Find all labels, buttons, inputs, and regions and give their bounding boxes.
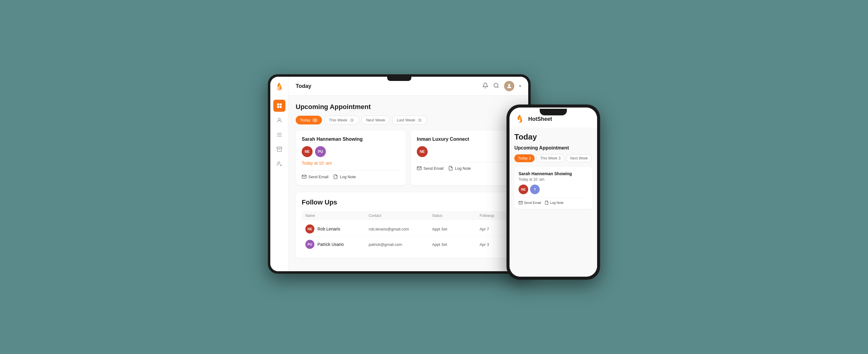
header-title: Today <box>296 83 311 89</box>
phone-logo <box>514 114 525 124</box>
main-content: Today <box>288 77 528 271</box>
card-1-avatar-ne: NE <box>302 146 313 157</box>
phone-tab-this-week-label: This Week <box>540 156 557 160</box>
row-1-status: Appt Set <box>432 227 479 231</box>
card-1-send-email[interactable]: Send Email <box>302 174 328 179</box>
card-2-avatar-ne: NE <box>417 146 428 157</box>
follow-ups-section: Follow Ups Name Contact Status Followup … <box>296 193 521 258</box>
follow-ups-title: Follow Ups <box>302 199 515 206</box>
card-1-avatar-pu: PU <box>315 146 326 157</box>
table-row[interactable]: NE Rob Lenaris rob.lenaris@gmail.com App… <box>302 222 515 237</box>
col-status: Status <box>432 213 479 218</box>
filter-tab-this-week-badge: 3 <box>349 118 354 122</box>
filter-tab-last-week-label: Last Week <box>397 118 415 122</box>
svg-point-16 <box>508 84 510 86</box>
filter-tab-today-badge: 3 <box>312 118 318 122</box>
phone-card-actions: Send Email Log Note <box>519 197 588 205</box>
row-1-contact: rob.lenaris@gmail.com <box>369 227 432 231</box>
filter-tab-next-week[interactable]: Next Week <box>362 116 390 124</box>
card-1-log-note[interactable]: Log Note <box>333 174 356 179</box>
filter-tab-today-label: Today <box>300 118 310 122</box>
tablet-notch <box>387 77 411 81</box>
phone-app-name: HotSheet <box>528 116 552 122</box>
phone-screen: HotSheet Today Upcoming Appointment Toda… <box>509 108 597 277</box>
card-1-title: Sarah Hanneman Showing <box>302 137 400 142</box>
filter-tab-this-week-label: This Week <box>329 118 347 122</box>
col-name: Name <box>305 213 369 218</box>
table-row[interactable]: PU Patrick Usario patrick@gmail.com Appt… <box>302 237 515 252</box>
svg-rect-3 <box>277 106 279 108</box>
filter-tab-today[interactable]: Today 3 <box>296 116 322 124</box>
svg-rect-4 <box>279 106 281 108</box>
phone-tab-next-week[interactable]: Next Week <box>566 154 592 162</box>
sidebar-item-add-person[interactable] <box>273 158 285 170</box>
card-2-send-email-label: Send Email <box>424 166 443 171</box>
sidebar-item-list[interactable] <box>273 129 285 141</box>
card-1-time: Today at 10: am <box>302 161 400 166</box>
card-1-send-email-label: Send Email <box>308 175 328 179</box>
chevron-down-icon[interactable]: ▾ <box>519 84 521 88</box>
phone-notch <box>540 109 567 115</box>
svg-rect-9 <box>277 147 282 148</box>
filter-tab-this-week[interactable]: This Week 3 <box>324 116 359 124</box>
col-contact: Contact <box>369 213 432 218</box>
phone-avatar-t: T <box>530 184 540 194</box>
row-2-name-text: Patrick Usario <box>317 242 344 247</box>
row-2-status: Appt Set <box>432 242 479 247</box>
table-header: Name Contact Status Followup <box>302 211 515 220</box>
appointment-card-2: Inman Luxury Connect NE <box>411 130 521 185</box>
card-2-log-note[interactable]: Log Note <box>448 166 471 171</box>
phone-log-note-label: Log Note <box>550 201 564 205</box>
row-2-avatar: PU <box>305 240 314 249</box>
phone-tab-this-week-badge: 3 <box>558 156 561 160</box>
svg-point-14 <box>494 83 498 87</box>
phone-filter-tabs: Today 3 This Week 3 Next Week <box>514 154 592 162</box>
card-2-log-note-label: Log Note <box>455 166 471 171</box>
filter-tab-next-week-label: Next Week <box>366 118 385 122</box>
upcoming-appointment-title: Upcoming Appointment <box>296 103 521 111</box>
phone-tab-this-week[interactable]: This Week 3 <box>536 154 564 162</box>
appointments-grid: Sarah Hanneman Showing NE PU Today at 10… <box>296 130 521 185</box>
phone-tab-today-badge: 3 <box>529 156 531 160</box>
phone-tab-today[interactable]: Today 3 <box>514 154 534 162</box>
card-2-avatars: NE <box>417 146 515 157</box>
tablet-device: Today <box>268 74 531 274</box>
card-2-actions: Send Email Log Note <box>417 162 515 171</box>
phone-device: HotSheet Today Upcoming Appointment Toda… <box>506 105 600 280</box>
card-2-send-email[interactable]: Send Email <box>417 166 443 171</box>
phone-tab-today-label: Today <box>518 156 528 160</box>
search-icon[interactable] <box>493 83 499 90</box>
sidebar-item-grid[interactable] <box>273 100 285 112</box>
phone-tab-next-week-label: Next Week <box>570 156 588 160</box>
appointment-card-1: Sarah Hanneman Showing NE PU Today at 10… <box>296 130 406 185</box>
card-1-avatars: NE PU <box>302 146 400 157</box>
phone-card-title: Sarah Hanneman Showing <box>519 171 588 176</box>
phone-send-email[interactable]: Send Email <box>519 201 541 205</box>
phone-card-time: Today at 10: am <box>519 177 588 181</box>
user-avatar[interactable] <box>504 81 514 91</box>
bell-icon[interactable] <box>482 83 488 90</box>
filter-tab-last-week[interactable]: Last Week 3 <box>392 116 427 124</box>
phone-log-note[interactable]: Log Note <box>545 201 564 205</box>
sidebar-logo <box>275 82 284 92</box>
sidebar-item-archive[interactable] <box>273 143 285 155</box>
phone-content: Today Upcoming Appointment Today 3 This … <box>509 127 597 277</box>
row-2-name: PU Patrick Usario <box>305 240 369 249</box>
header-icons: ▾ <box>482 81 521 91</box>
phone-send-email-label: Send Email <box>524 201 541 205</box>
filter-tab-last-week-badge: 3 <box>417 118 423 122</box>
filter-tabs: Today 3 This Week 3 Next Week Last Week <box>296 116 521 124</box>
phone-page-title: Today <box>514 132 592 142</box>
row-1-name: NE Rob Lenaris <box>305 225 369 234</box>
svg-point-5 <box>278 118 280 120</box>
row-2-contact: patrick@gmail.com <box>369 242 432 247</box>
phone-card-avatars: NE T <box>519 184 588 194</box>
svg-rect-2 <box>279 104 281 106</box>
content-area: Upcoming Appointment Today 3 This Week 3… <box>288 96 528 271</box>
phone-avatar-ne: NE <box>519 184 528 194</box>
sidebar-item-person[interactable] <box>273 114 285 126</box>
row-1-avatar: NE <box>305 225 314 234</box>
phone-upcoming-title: Upcoming Appointment <box>514 145 592 151</box>
svg-rect-1 <box>277 104 279 106</box>
svg-point-11 <box>278 161 280 164</box>
